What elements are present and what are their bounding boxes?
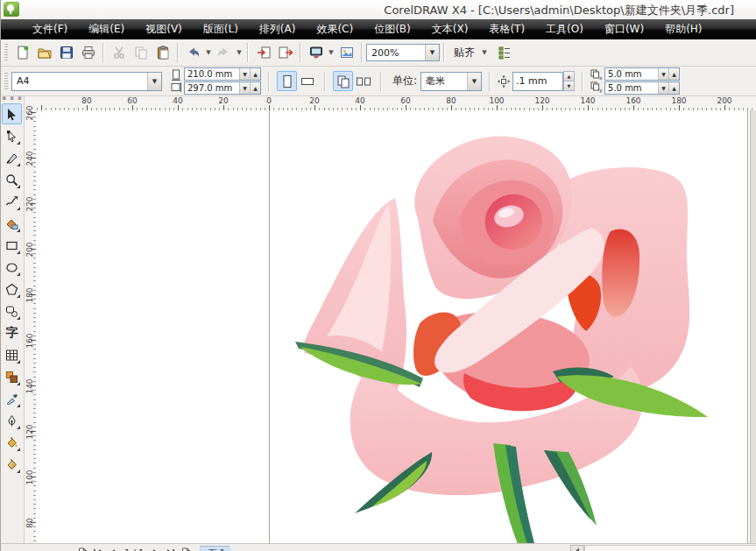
rose-artwork[interactable] [290,114,756,543]
tool-zoom[interactable] [2,169,22,190]
tool-rectangle[interactable] [2,235,22,256]
undo-button[interactable] [183,43,203,63]
menu-item-10[interactable]: 窗口(W) [599,20,649,39]
menu-item-4[interactable]: 排列(A) [254,20,301,39]
paper-width-spinner[interactable]: 210.0 mm ▼ ▲ [184,67,261,81]
facing-pages-icon [356,75,371,88]
smart-fill-tool-icon [5,217,18,230]
import-button[interactable] [253,43,273,63]
tool-interactive-fill[interactable] [2,454,22,475]
propbar-grip[interactable] [4,73,8,90]
landscape-button[interactable] [297,71,317,91]
copy-button[interactable] [131,43,151,63]
tool-blend[interactable] [2,366,22,387]
paper-height-spinner[interactable]: 297.0 mm ▼ ▲ [184,81,261,95]
toolbox-grip[interactable]: ▪ ▪ ▪ [1,96,24,102]
nudge-spinner[interactable]: .1 mm [512,72,563,91]
snap-button[interactable]: 贴齐 [449,43,479,63]
open-button[interactable] [34,43,54,63]
tool-basic-shapes[interactable] [2,300,22,321]
last-page-button[interactable] [165,547,177,551]
tool-fill[interactable] [2,432,22,453]
tool-shape[interactable] [2,125,22,146]
add-page-end-button[interactable] [180,547,192,551]
drawing-canvas[interactable] [36,110,756,543]
duplicate-y-up-icon[interactable]: ▲ [668,82,679,94]
tool-freehand[interactable] [2,191,22,212]
toolbar-grip[interactable] [4,44,8,61]
menu-item-3[interactable]: 版面(L) [198,20,244,39]
tool-smart-fill[interactable] [2,213,22,234]
menu-item-2[interactable]: 视图(V) [140,20,187,39]
nudge-up-icon[interactable]: ▲ [563,71,575,81]
next-page-button[interactable] [150,547,162,551]
zoom-combo-arrow-icon[interactable]: ▼ [425,45,439,60]
paper-width-down-icon[interactable]: ▼ [239,68,250,80]
previous-page-button[interactable] [106,547,118,551]
horizontal-scrollbar-left-arrow[interactable] [570,545,584,551]
v-ruler-label-5: 160 [25,333,34,349]
snap-dropdown[interactable]: ▼ [480,43,489,63]
tool-pick[interactable] [2,103,22,124]
duplicate-y-spinner[interactable]: 5.0 mm ▼ ▲ [604,81,680,95]
v-ruler-label-3: 200 [25,242,34,258]
new-button[interactable] [12,43,32,63]
redo-dropdown[interactable]: ▼ [235,43,244,63]
document-icon[interactable] [4,3,18,17]
zoom-level-combo[interactable]: 200% ▼ [366,44,440,61]
units-combo-arrow-icon[interactable]: ▼ [467,73,481,90]
first-page-button[interactable] [91,547,103,551]
duplicate-y-down-icon[interactable]: ▼ [658,82,668,94]
all-pages-button[interactable] [333,71,353,91]
application-launcher-button[interactable] [306,43,326,63]
paste-button[interactable] [152,43,173,63]
export-button[interactable] [275,43,295,63]
menu-item-8[interactable]: 表格(T) [484,20,530,39]
nudge-down-icon[interactable]: ▼ [563,81,575,91]
units-combo[interactable]: 毫米 ▼ [420,72,482,91]
portrait-button[interactable] [277,71,297,91]
options-button[interactable] [494,43,514,63]
menu-item-11[interactable]: 帮助(H) [660,20,707,39]
print-button[interactable] [78,43,98,63]
tool-table[interactable] [2,344,22,365]
horizontal-scrollbar[interactable] [584,545,756,551]
tool-polygon[interactable] [2,279,22,300]
paper-width-up-icon[interactable]: ▲ [250,68,260,80]
menu-item-5[interactable]: 效果(C) [311,20,358,39]
vertical-ruler[interactable]: 26024022020018016014012010080 [25,110,37,543]
application-launcher-dropdown[interactable]: ▼ [327,43,336,63]
duplicate-x-down-icon[interactable]: ▼ [658,68,668,80]
blend-tool-icon [5,371,18,384]
duplicate-x-spinner[interactable]: 5.0 mm ▼ ▲ [604,67,680,81]
paper-preset-arrow-icon[interactable]: ▼ [147,73,161,90]
undo-dropdown[interactable]: ▼ [204,43,213,63]
vertical-scrollbar[interactable] [750,110,756,543]
tool-crop[interactable] [2,147,22,168]
horizontal-ruler[interactable]: 80604020020406080100120140160180200 [36,96,756,111]
cut-button[interactable] [109,43,129,63]
facing-pages-button[interactable] [353,71,373,91]
welcome-screen-button[interactable] [336,43,357,63]
paper-preset-combo[interactable]: A4 ▼ [11,72,162,91]
save-button[interactable] [56,43,76,63]
paper-height-down-icon[interactable]: ▼ [239,82,250,94]
tool-ellipse[interactable] [2,257,22,278]
tool-text[interactable]: 字 [2,322,22,343]
crop-knife-icon [5,152,18,165]
page-tab[interactable]: 页 1 [200,546,235,551]
menu-item-7[interactable]: 文本(X) [427,20,474,39]
menu-item-0[interactable]: 文件(F) [27,20,73,39]
outline-pen-tool-icon [5,414,18,427]
menu-item-9[interactable]: 工具(O) [541,20,589,39]
paper-height-up-icon[interactable]: ▲ [250,82,260,94]
tool-outline[interactable] [2,410,22,431]
add-page-start-button[interactable] [76,547,88,551]
export-icon [279,46,293,60]
redo-button[interactable] [214,43,234,63]
duplicate-x-up-icon[interactable]: ▲ [668,68,679,80]
page-navigation: 1 / 1 页 1 [1,544,240,551]
menu-item-6[interactable]: 位图(B) [369,20,416,39]
tool-eyedropper[interactable] [2,388,22,409]
menu-item-1[interactable]: 编辑(E) [83,20,130,39]
